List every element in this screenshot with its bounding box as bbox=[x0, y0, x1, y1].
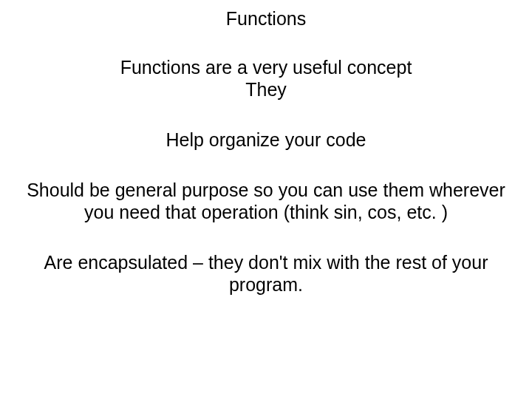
point-2: Should be general purpose so you can use… bbox=[11, 179, 521, 223]
intro-block: Functions are a very useful concept They bbox=[11, 56, 521, 100]
intro-line-1: Functions are a very useful concept bbox=[11, 56, 521, 78]
point-1: Help organize your code bbox=[11, 129, 521, 151]
point-3: Are encapsulated – they don't mix with t… bbox=[11, 251, 521, 296]
intro-line-2: They bbox=[11, 78, 521, 100]
slide-title: Functions bbox=[11, 7, 521, 30]
